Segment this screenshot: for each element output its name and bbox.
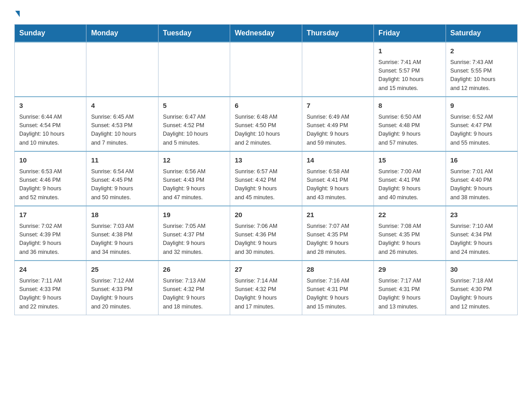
calendar-cell: 10Sunrise: 6:53 AM Sunset: 4:46 PM Dayli… [15,151,86,206]
calendar-cell: 26Sunrise: 7:13 AM Sunset: 4:32 PM Dayli… [158,261,230,315]
calendar-cell: 5Sunrise: 6:47 AM Sunset: 4:52 PM Daylig… [158,97,230,151]
day-number: 10 [19,155,82,166]
day-info: Sunrise: 6:49 AM Sunset: 4:49 PM Dayligh… [307,113,369,148]
day-number: 14 [307,155,369,166]
day-info: Sunrise: 7:03 AM Sunset: 4:38 PM Dayligh… [91,222,153,257]
day-info: Sunrise: 6:47 AM Sunset: 4:52 PM Dayligh… [163,113,225,148]
weekday-header-thursday: Thursday [302,25,373,43]
day-number: 23 [450,210,513,220]
day-info: Sunrise: 6:56 AM Sunset: 4:43 PM Dayligh… [163,167,225,202]
day-info: Sunrise: 7:01 AM Sunset: 4:40 PM Dayligh… [450,167,513,202]
day-number: 13 [235,155,297,166]
calendar-cell: 18Sunrise: 7:03 AM Sunset: 4:38 PM Dayli… [86,206,158,261]
calendar-cell: 14Sunrise: 6:58 AM Sunset: 4:41 PM Dayli… [302,151,373,206]
day-info: Sunrise: 6:44 AM Sunset: 4:54 PM Dayligh… [19,113,82,148]
day-info: Sunrise: 7:06 AM Sunset: 4:36 PM Dayligh… [235,222,297,257]
calendar-week-row: 24Sunrise: 7:11 AM Sunset: 4:33 PM Dayli… [15,261,518,315]
calendar-cell: 17Sunrise: 7:02 AM Sunset: 4:39 PM Dayli… [15,206,86,261]
day-info: Sunrise: 7:00 AM Sunset: 4:41 PM Dayligh… [378,167,441,202]
day-number: 9 [450,101,513,111]
calendar-cell: 23Sunrise: 7:10 AM Sunset: 4:34 PM Dayli… [446,206,517,261]
calendar-cell: 29Sunrise: 7:17 AM Sunset: 4:31 PM Dayli… [374,261,446,315]
day-number: 15 [378,155,441,166]
day-info: Sunrise: 7:10 AM Sunset: 4:34 PM Dayligh… [450,222,513,257]
calendar-week-row: 3Sunrise: 6:44 AM Sunset: 4:54 PM Daylig… [15,97,518,151]
day-number: 8 [378,101,441,111]
day-info: Sunrise: 7:14 AM Sunset: 4:32 PM Dayligh… [235,277,297,312]
day-number: 12 [163,155,225,166]
calendar-cell: 24Sunrise: 7:11 AM Sunset: 4:33 PM Dayli… [15,261,86,315]
weekday-header-wednesday: Wednesday [230,25,302,43]
day-number: 25 [91,265,153,275]
weekday-header-sunday: Sunday [15,25,86,43]
calendar-cell: 16Sunrise: 7:01 AM Sunset: 4:40 PM Dayli… [446,151,517,206]
day-number: 16 [450,155,513,166]
day-number: 27 [235,265,297,275]
day-number: 19 [163,210,225,220]
day-number: 5 [163,101,225,111]
day-number: 2 [450,46,513,56]
day-info: Sunrise: 7:43 AM Sunset: 5:55 PM Dayligh… [450,58,513,93]
day-number: 28 [307,265,369,275]
day-number: 17 [19,210,82,220]
day-info: Sunrise: 7:02 AM Sunset: 4:39 PM Dayligh… [19,222,82,257]
calendar-week-row: 1Sunrise: 7:41 AM Sunset: 5:57 PM Daylig… [15,42,518,97]
calendar-cell: 25Sunrise: 7:12 AM Sunset: 4:33 PM Dayli… [86,261,158,315]
day-info: Sunrise: 7:18 AM Sunset: 4:30 PM Dayligh… [450,277,513,312]
weekday-header-monday: Monday [86,25,158,43]
day-number: 1 [378,46,441,56]
day-info: Sunrise: 6:52 AM Sunset: 4:47 PM Dayligh… [450,113,513,148]
day-info: Sunrise: 7:05 AM Sunset: 4:37 PM Dayligh… [163,222,225,257]
day-info: Sunrise: 6:57 AM Sunset: 4:42 PM Dayligh… [235,167,297,202]
day-info: Sunrise: 7:08 AM Sunset: 4:35 PM Dayligh… [378,222,441,257]
day-number: 6 [235,101,297,111]
calendar-cell: 4Sunrise: 6:45 AM Sunset: 4:53 PM Daylig… [86,97,158,151]
day-number: 18 [91,210,153,220]
calendar-cell: 30Sunrise: 7:18 AM Sunset: 4:30 PM Dayli… [446,261,517,315]
page-header [14,11,518,17]
calendar-cell: 3Sunrise: 6:44 AM Sunset: 4:54 PM Daylig… [15,97,86,151]
calendar-cell: 6Sunrise: 6:48 AM Sunset: 4:50 PM Daylig… [230,97,302,151]
day-info: Sunrise: 7:07 AM Sunset: 4:35 PM Dayligh… [307,222,369,257]
calendar-table: SundayMondayTuesdayWednesdayThursdayFrid… [14,24,518,315]
calendar-cell: 12Sunrise: 6:56 AM Sunset: 4:43 PM Dayli… [158,151,230,206]
weekday-header-saturday: Saturday [446,25,517,43]
calendar-cell: 2Sunrise: 7:43 AM Sunset: 5:55 PM Daylig… [446,42,517,97]
day-info: Sunrise: 6:58 AM Sunset: 4:41 PM Dayligh… [307,167,369,202]
logo-triangle-icon [15,11,20,17]
calendar-cell [302,42,373,97]
calendar-cell: 7Sunrise: 6:49 AM Sunset: 4:49 PM Daylig… [302,97,373,151]
calendar-cell: 20Sunrise: 7:06 AM Sunset: 4:36 PM Dayli… [230,206,302,261]
day-info: Sunrise: 6:48 AM Sunset: 4:50 PM Dayligh… [235,113,297,148]
day-number: 7 [307,101,369,111]
day-info: Sunrise: 6:50 AM Sunset: 4:48 PM Dayligh… [378,113,441,148]
day-number: 4 [91,101,153,111]
day-info: Sunrise: 6:54 AM Sunset: 4:45 PM Dayligh… [91,167,153,202]
calendar-cell: 28Sunrise: 7:16 AM Sunset: 4:31 PM Dayli… [302,261,373,315]
calendar-cell: 19Sunrise: 7:05 AM Sunset: 4:37 PM Dayli… [158,206,230,261]
day-number: 11 [91,155,153,166]
day-number: 21 [307,210,369,220]
calendar-cell [15,42,86,97]
logo [14,11,20,17]
day-number: 30 [450,265,513,275]
calendar-cell [158,42,230,97]
calendar-week-row: 17Sunrise: 7:02 AM Sunset: 4:39 PM Dayli… [15,206,518,261]
calendar-cell: 21Sunrise: 7:07 AM Sunset: 4:35 PM Dayli… [302,206,373,261]
day-info: Sunrise: 7:16 AM Sunset: 4:31 PM Dayligh… [307,277,369,312]
calendar-cell: 22Sunrise: 7:08 AM Sunset: 4:35 PM Dayli… [374,206,446,261]
calendar-cell: 11Sunrise: 6:54 AM Sunset: 4:45 PM Dayli… [86,151,158,206]
day-number: 26 [163,265,225,275]
weekday-header-friday: Friday [374,25,446,43]
day-number: 24 [19,265,82,275]
day-info: Sunrise: 6:45 AM Sunset: 4:53 PM Dayligh… [91,113,153,148]
day-info: Sunrise: 6:53 AM Sunset: 4:46 PM Dayligh… [19,167,82,202]
calendar-cell: 9Sunrise: 6:52 AM Sunset: 4:47 PM Daylig… [446,97,517,151]
calendar-week-row: 10Sunrise: 6:53 AM Sunset: 4:46 PM Dayli… [15,151,518,206]
day-number: 20 [235,210,297,220]
day-info: Sunrise: 7:11 AM Sunset: 4:33 PM Dayligh… [19,277,82,312]
day-info: Sunrise: 7:17 AM Sunset: 4:31 PM Dayligh… [378,277,441,312]
calendar-cell: 15Sunrise: 7:00 AM Sunset: 4:41 PM Dayli… [374,151,446,206]
day-info: Sunrise: 7:12 AM Sunset: 4:33 PM Dayligh… [91,277,153,312]
calendar-cell: 1Sunrise: 7:41 AM Sunset: 5:57 PM Daylig… [374,42,446,97]
